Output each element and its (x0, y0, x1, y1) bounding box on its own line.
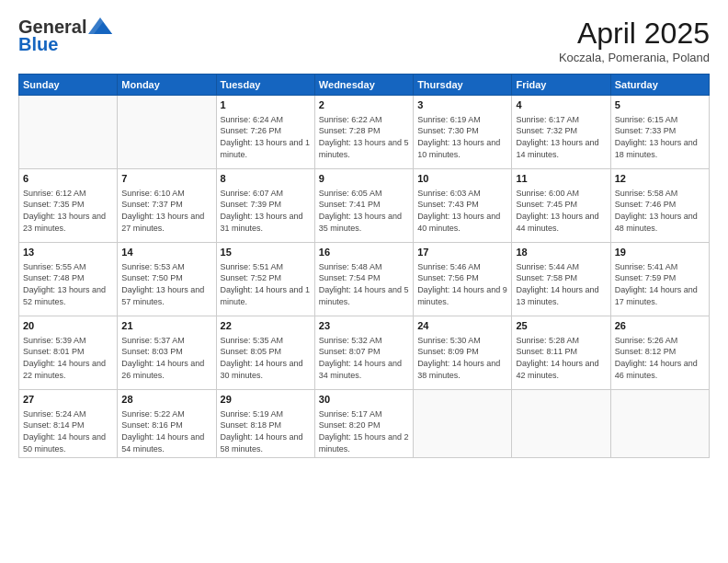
day-number: 7 (121, 172, 211, 186)
day-number: 2 (319, 98, 409, 112)
day-info: Sunrise: 5:35 AM Sunset: 8:05 PM Dayligh… (221, 335, 311, 381)
day-number: 23 (319, 319, 409, 333)
day-number: 21 (121, 319, 211, 333)
logo-icon (88, 17, 112, 34)
day-info: Sunrise: 6:17 AM Sunset: 7:32 PM Dayligh… (516, 114, 606, 160)
day-info: Sunrise: 6:24 AM Sunset: 7:26 PM Dayligh… (221, 114, 311, 160)
header-friday: Friday (512, 75, 610, 96)
day-number: 3 (417, 98, 507, 112)
table-row: 23Sunrise: 5:32 AM Sunset: 8:07 PM Dayli… (314, 316, 413, 390)
day-number: 26 (615, 319, 705, 333)
day-info: Sunrise: 6:03 AM Sunset: 7:43 PM Dayligh… (417, 188, 507, 234)
table-row: 26Sunrise: 5:26 AM Sunset: 8:12 PM Dayli… (610, 316, 709, 390)
day-info: Sunrise: 5:19 AM Sunset: 8:18 PM Dayligh… (221, 408, 311, 454)
day-info: Sunrise: 5:22 AM Sunset: 8:16 PM Dayligh… (121, 408, 211, 454)
table-row: 3Sunrise: 6:19 AM Sunset: 7:30 PM Daylig… (414, 96, 512, 169)
day-info: Sunrise: 6:19 AM Sunset: 7:30 PM Dayligh… (417, 114, 507, 160)
calendar-week-row: 6Sunrise: 6:12 AM Sunset: 7:35 PM Daylig… (19, 169, 710, 243)
day-number: 25 (516, 319, 606, 333)
day-number: 16 (319, 246, 409, 259)
table-row: 1Sunrise: 6:24 AM Sunset: 7:26 PM Daylig… (216, 96, 314, 169)
day-number: 6 (23, 172, 113, 186)
table-row: 13Sunrise: 5:55 AM Sunset: 7:48 PM Dayli… (19, 243, 118, 316)
table-row: 17Sunrise: 5:46 AM Sunset: 7:56 PM Dayli… (414, 243, 512, 316)
day-info: Sunrise: 5:46 AM Sunset: 7:56 PM Dayligh… (417, 261, 507, 307)
table-row: 5Sunrise: 6:15 AM Sunset: 7:33 PM Daylig… (610, 96, 709, 169)
table-row: 18Sunrise: 5:44 AM Sunset: 7:58 PM Dayli… (512, 243, 610, 316)
day-info: Sunrise: 5:39 AM Sunset: 8:01 PM Dayligh… (23, 335, 113, 381)
day-number: 10 (417, 172, 507, 186)
day-info: Sunrise: 5:51 AM Sunset: 7:52 PM Dayligh… (221, 261, 311, 307)
calendar-header-row: Sunday Monday Tuesday Wednesday Thursday… (19, 75, 710, 96)
day-number: 5 (615, 98, 705, 112)
table-row: 11Sunrise: 6:00 AM Sunset: 7:45 PM Dayli… (512, 169, 610, 243)
table-row (610, 390, 709, 458)
day-number: 29 (221, 393, 311, 407)
day-info: Sunrise: 6:15 AM Sunset: 7:33 PM Dayligh… (615, 114, 705, 160)
table-row: 6Sunrise: 6:12 AM Sunset: 7:35 PM Daylig… (19, 169, 118, 243)
day-info: Sunrise: 5:37 AM Sunset: 8:03 PM Dayligh… (121, 335, 211, 381)
table-row (414, 390, 512, 458)
day-info: Sunrise: 5:30 AM Sunset: 8:09 PM Dayligh… (417, 335, 507, 381)
table-row: 24Sunrise: 5:30 AM Sunset: 8:09 PM Dayli… (414, 316, 512, 390)
table-row: 29Sunrise: 5:19 AM Sunset: 8:18 PM Dayli… (216, 390, 314, 458)
table-row: 19Sunrise: 5:41 AM Sunset: 7:59 PM Dayli… (610, 243, 709, 316)
logo-blue: Blue (18, 34, 58, 55)
day-number: 28 (121, 393, 211, 407)
table-row: 8Sunrise: 6:07 AM Sunset: 7:39 PM Daylig… (216, 169, 314, 243)
logo: General Blue (18, 17, 112, 55)
day-info: Sunrise: 6:00 AM Sunset: 7:45 PM Dayligh… (516, 188, 606, 234)
day-info: Sunrise: 5:32 AM Sunset: 8:07 PM Dayligh… (319, 335, 409, 381)
table-row: 28Sunrise: 5:22 AM Sunset: 8:16 PM Dayli… (118, 390, 216, 458)
day-number: 14 (121, 246, 211, 259)
table-row (118, 96, 216, 169)
day-info: Sunrise: 5:24 AM Sunset: 8:14 PM Dayligh… (23, 408, 113, 454)
table-row: 10Sunrise: 6:03 AM Sunset: 7:43 PM Dayli… (414, 169, 512, 243)
calendar-week-row: 27Sunrise: 5:24 AM Sunset: 8:14 PM Dayli… (19, 390, 710, 458)
day-number: 12 (615, 172, 705, 186)
day-info: Sunrise: 6:22 AM Sunset: 7:28 PM Dayligh… (319, 114, 409, 160)
day-number: 9 (319, 172, 409, 186)
day-number: 15 (221, 246, 311, 259)
location: Koczala, Pomerania, Poland (559, 51, 710, 64)
day-number: 8 (221, 172, 311, 186)
table-row: 14Sunrise: 5:53 AM Sunset: 7:50 PM Dayli… (118, 243, 216, 316)
day-number: 13 (23, 246, 113, 259)
day-number: 22 (221, 319, 311, 333)
calendar-week-row: 13Sunrise: 5:55 AM Sunset: 7:48 PM Dayli… (19, 243, 710, 316)
table-row: 27Sunrise: 5:24 AM Sunset: 8:14 PM Dayli… (19, 390, 118, 458)
table-row: 20Sunrise: 5:39 AM Sunset: 8:01 PM Dayli… (19, 316, 118, 390)
header-wednesday: Wednesday (314, 75, 413, 96)
table-row: 16Sunrise: 5:48 AM Sunset: 7:54 PM Dayli… (314, 243, 413, 316)
table-row: 12Sunrise: 5:58 AM Sunset: 7:46 PM Dayli… (610, 169, 709, 243)
day-number: 20 (23, 319, 113, 333)
header-tuesday: Tuesday (216, 75, 314, 96)
day-info: Sunrise: 6:12 AM Sunset: 7:35 PM Dayligh… (23, 188, 113, 234)
day-info: Sunrise: 5:26 AM Sunset: 8:12 PM Dayligh… (615, 335, 705, 381)
table-row: 30Sunrise: 5:17 AM Sunset: 8:20 PM Dayli… (314, 390, 413, 458)
header-saturday: Saturday (610, 75, 709, 96)
calendar-table: Sunday Monday Tuesday Wednesday Thursday… (18, 74, 710, 458)
day-number: 4 (516, 98, 606, 112)
day-info: Sunrise: 5:41 AM Sunset: 7:59 PM Dayligh… (615, 261, 705, 307)
table-row: 4Sunrise: 6:17 AM Sunset: 7:32 PM Daylig… (512, 96, 610, 169)
month-title: April 2025 (559, 17, 710, 51)
table-row: 22Sunrise: 5:35 AM Sunset: 8:05 PM Dayli… (216, 316, 314, 390)
day-number: 27 (23, 393, 113, 407)
day-info: Sunrise: 5:48 AM Sunset: 7:54 PM Dayligh… (319, 261, 409, 307)
day-info: Sunrise: 6:05 AM Sunset: 7:41 PM Dayligh… (319, 188, 409, 234)
table-row (512, 390, 610, 458)
day-number: 11 (516, 172, 606, 186)
day-info: Sunrise: 5:44 AM Sunset: 7:58 PM Dayligh… (516, 261, 606, 307)
day-info: Sunrise: 5:58 AM Sunset: 7:46 PM Dayligh… (615, 188, 705, 234)
day-number: 18 (516, 246, 606, 259)
day-info: Sunrise: 5:53 AM Sunset: 7:50 PM Dayligh… (121, 261, 211, 307)
table-row: 2Sunrise: 6:22 AM Sunset: 7:28 PM Daylig… (314, 96, 413, 169)
title-block: April 2025 Koczala, Pomerania, Poland (559, 17, 710, 64)
day-number: 24 (417, 319, 507, 333)
header-sunday: Sunday (19, 75, 118, 96)
day-info: Sunrise: 6:07 AM Sunset: 7:39 PM Dayligh… (221, 188, 311, 234)
day-number: 1 (221, 98, 311, 112)
day-info: Sunrise: 5:17 AM Sunset: 8:20 PM Dayligh… (319, 408, 409, 454)
day-number: 30 (319, 393, 409, 407)
